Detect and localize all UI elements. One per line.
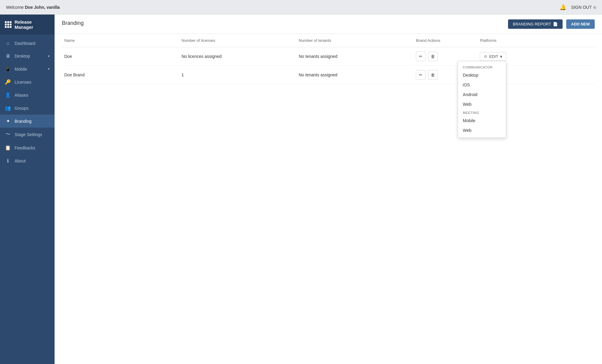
add-new-label: ADD NEW	[571, 22, 590, 26]
edit-dropdown-menu: COMMUNICATOR Desktop iOS Android Web MEE…	[458, 61, 506, 138]
sidebar-item-label: Branding	[15, 119, 50, 124]
branding-report-label: BRANDING REPORT	[513, 22, 551, 26]
row-1-edit-button[interactable]: ⚙ EDIT ▾	[480, 52, 506, 61]
add-new-button[interactable]: ADD NEW	[566, 19, 595, 29]
user-suffix: , vanilla	[44, 5, 60, 10]
table-row: Doe Brand 1 No tenants assigned ✏ 🗑 ⚙ ED…	[62, 66, 595, 84]
people-icon: 👤	[5, 92, 11, 98]
dropdown-item-ios[interactable]: iOS	[458, 80, 506, 90]
sidebar-item-label: Desktop	[15, 54, 44, 58]
sidebar-item-label: Aliases	[15, 93, 50, 98]
gear-icon: ⚙	[484, 54, 487, 59]
home-icon: ⌂	[5, 41, 11, 46]
sidebar-item-about[interactable]: ℹ About	[0, 154, 55, 167]
grid-icon	[5, 21, 12, 28]
header-actions: 🔔 SIGN OUT ⎋	[560, 4, 596, 11]
sidebar-item-mobile[interactable]: 📱 Mobile ▾	[0, 62, 55, 75]
meeting-section-label: MEETING	[458, 109, 506, 116]
sidebar-item-licenses[interactable]: 🔑 Licenses	[0, 75, 55, 88]
row-1-platforms: ⚙ EDIT ▾ COMMUNICATOR Desktop iOS Androi…	[477, 47, 595, 66]
sidebar-item-branding[interactable]: ✦ Branding	[0, 115, 55, 128]
col-header-tenants: Number of tenants	[296, 34, 414, 47]
sidebar-item-label: Feedbacks	[15, 145, 50, 150]
sign-out-button[interactable]: SIGN OUT ⎋	[571, 5, 596, 10]
sign-out-icon: ⎋	[594, 5, 596, 10]
sidebar-item-desktop[interactable]: 🖥 Desktop ▾	[0, 50, 55, 62]
branding-icon: ✦	[5, 118, 11, 124]
sidebar-item-label: Groups	[15, 106, 50, 111]
col-header-name: Name	[62, 34, 179, 47]
row-2-tenants: No tenants assigned	[296, 66, 414, 84]
sidebar-item-label: About	[15, 159, 50, 163]
info-icon: ℹ	[5, 158, 11, 164]
monitor-icon: 🖥	[5, 53, 11, 59]
sidebar-logo: Release Manager	[0, 15, 55, 35]
row-2-delete-button[interactable]: 🗑	[428, 70, 438, 80]
document-icon: 📄	[553, 22, 558, 26]
row-1-edit-label: EDIT	[489, 54, 498, 59]
chevron-down-icon: ▾	[48, 54, 50, 58]
sidebar-item-label: Dashboard	[15, 41, 50, 46]
branding-report-button[interactable]: BRANDING REPORT 📄	[508, 19, 563, 29]
chevron-down-icon: ▾	[500, 54, 502, 59]
app-body: Release Manager ⌂ Dashboard 🖥 Desktop ▾ …	[0, 15, 602, 364]
dropdown-item-desktop[interactable]: Desktop	[458, 70, 506, 80]
row-1-licenses: No licences assigned	[179, 47, 296, 66]
sidebar-nav: ⌂ Dashboard 🖥 Desktop ▾ 📱 Mobile ▾ 🔑 Lic…	[0, 35, 55, 364]
sidebar-item-groups[interactable]: 👥 Groups	[0, 102, 55, 115]
sidebar-item-aliases[interactable]: 👤 Aliases	[0, 88, 55, 102]
table-body: Doe No licences assigned No tenants assi…	[62, 47, 595, 84]
dropdown-item-web-meeting[interactable]: Web	[458, 125, 506, 135]
page-title: Branding	[62, 20, 84, 28]
table-row: Doe No licences assigned No tenants assi…	[62, 47, 595, 66]
sidebar: Release Manager ⌂ Dashboard 🖥 Desktop ▾ …	[0, 15, 55, 364]
key-icon: 🔑	[5, 79, 11, 85]
chart-icon: 〜	[5, 131, 11, 138]
sidebar-item-dashboard[interactable]: ⌂ Dashboard	[0, 37, 55, 50]
mobile-icon: 📱	[5, 66, 11, 72]
app-title: Release Manager	[15, 19, 50, 30]
table-header-row: Name Number of licenses Number of tenant…	[62, 34, 595, 47]
branding-table: Name Number of licenses Number of tenant…	[62, 34, 595, 84]
row-1-name: Doe	[62, 47, 179, 66]
dropdown-item-android[interactable]: Android	[458, 90, 506, 99]
row-1-edit-pencil-button[interactable]: ✏	[416, 52, 426, 61]
page-header-actions: BRANDING REPORT 📄 ADD NEW	[508, 19, 595, 29]
row-2-name: Doe Brand	[62, 66, 179, 84]
bell-icon[interactable]: 🔔	[560, 4, 566, 11]
row-1-edit-dropdown-container: ⚙ EDIT ▾ COMMUNICATOR Desktop iOS Androi…	[480, 52, 506, 61]
welcome-section: Welcome Doe John, vanilla	[6, 5, 60, 10]
groups-icon: 👥	[5, 105, 11, 111]
sidebar-item-feedbacks[interactable]: 📋 Feedbacks	[0, 141, 55, 154]
chevron-down-icon: ▾	[48, 67, 50, 71]
table-container: Name Number of licenses Number of tenant…	[55, 34, 602, 364]
sidebar-item-label: Mobile	[15, 67, 44, 72]
row-1-delete-button[interactable]: 🗑	[428, 52, 438, 61]
dropdown-item-mobile-meeting[interactable]: Mobile	[458, 116, 506, 125]
user-name: Doe John	[25, 5, 44, 10]
top-header: Welcome Doe John, vanilla 🔔 SIGN OUT ⎋	[0, 0, 602, 15]
sidebar-item-stage-settings[interactable]: 〜 Stage Settings	[0, 128, 55, 141]
col-header-actions: Brand Actions	[413, 34, 477, 47]
page-header: Branding BRANDING REPORT 📄 ADD NEW	[55, 15, 602, 34]
col-header-platforms: Platforms	[477, 34, 595, 47]
row-2-licenses: 1	[179, 66, 296, 84]
table-header: Name Number of licenses Number of tenant…	[62, 34, 595, 47]
communicator-section-label: COMMUNICATOR	[458, 64, 506, 70]
welcome-text: Welcome Doe John, vanilla	[6, 5, 60, 10]
feedback-icon: 📋	[5, 145, 11, 151]
row-1-tenants: No tenants assigned	[296, 47, 414, 66]
sign-out-label: SIGN OUT	[571, 5, 592, 10]
col-header-licenses: Number of licenses	[179, 34, 296, 47]
dropdown-item-web-communicator[interactable]: Web	[458, 99, 506, 109]
sidebar-item-label: Stage Settings	[15, 132, 50, 137]
row-2-edit-pencil-button[interactable]: ✏	[416, 70, 426, 80]
sidebar-item-label: Licenses	[15, 80, 50, 85]
main-content: Branding BRANDING REPORT 📄 ADD NEW Name …	[55, 15, 602, 364]
